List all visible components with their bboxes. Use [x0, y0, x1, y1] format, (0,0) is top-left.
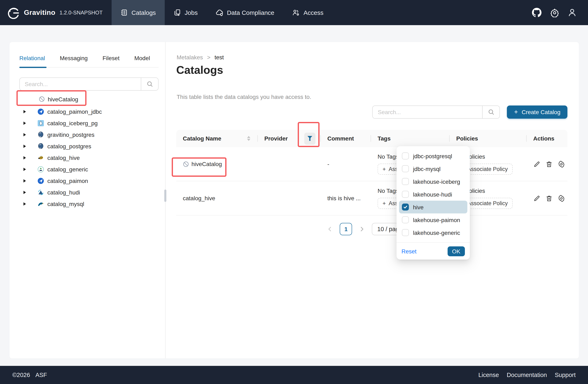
comment-cell: this is hive ...	[321, 181, 371, 215]
filter-funnel-icon	[307, 136, 313, 141]
delete-icon[interactable]	[546, 160, 553, 167]
tab-fileset[interactable]: Fileset	[103, 51, 119, 67]
column-header-provider: Provider	[258, 130, 321, 147]
sidebar-item-catalog-hudi[interactable]: catalog_hudi	[9, 187, 163, 198]
comment-cell: -	[321, 147, 371, 181]
checkbox-unchecked[interactable]	[402, 216, 409, 223]
provider-filter-button[interactable]	[304, 133, 315, 144]
brand[interactable]: Gravitino 1.2.0-SNAPSHOT	[0, 0, 112, 25]
postgres-icon	[38, 132, 44, 138]
expand-caret-icon[interactable]	[23, 145, 26, 148]
github-icon[interactable]	[532, 8, 542, 17]
settings-icon[interactable]	[550, 8, 559, 17]
gear-icon[interactable]	[558, 195, 565, 202]
footer-link-documentation[interactable]: Documentation	[507, 372, 547, 378]
filter-option-hive[interactable]: hive	[399, 201, 467, 213]
sidebar-item-label: hiveCatalog	[48, 96, 78, 102]
hudi-icon	[38, 189, 44, 196]
page-number-1[interactable]: 1	[340, 223, 352, 235]
table-search-button[interactable]	[482, 106, 500, 118]
catalogs-table: Catalog Name Provider	[176, 130, 567, 215]
page-title: Catalogs	[176, 64, 223, 77]
iceberg-icon	[38, 120, 44, 127]
create-catalog-button[interactable]: + Create Catalog	[507, 106, 567, 119]
checkbox-unchecked[interactable]	[402, 153, 409, 159]
access-icon	[292, 9, 300, 16]
filter-option-lakehouse-iceberg[interactable]: lakehouse-iceberg	[399, 175, 467, 188]
paimon-icon	[38, 178, 44, 184]
breadcrumb-separator: >	[207, 54, 210, 61]
table-search-input[interactable]	[373, 106, 482, 118]
generic-icon	[38, 166, 44, 173]
sort-icon[interactable]	[247, 136, 250, 141]
checkbox-unchecked[interactable]	[402, 178, 409, 185]
nav-tab-data-compliance[interactable]: Data Compliance	[207, 0, 283, 25]
expand-caret-icon[interactable]	[23, 168, 26, 171]
nav-tab-jobs[interactable]: Jobs	[165, 0, 207, 25]
sidebar-item-label: catalog_postgres	[47, 143, 91, 150]
pagination: 1 10 / page	[176, 223, 567, 236]
expand-caret-icon[interactable]	[23, 179, 26, 182]
sidebar-item-catalog-mysql[interactable]: catalog_mysql	[9, 198, 163, 210]
nav-tab-access[interactable]: Access	[283, 0, 333, 25]
sidebar-item-catalog-hive[interactable]: catalog_hive	[9, 152, 163, 164]
user-icon[interactable]	[568, 8, 576, 17]
nav-tab-catalogs[interactable]: Catalogs	[112, 0, 165, 25]
expand-caret-icon[interactable]	[23, 122, 26, 125]
filter-option-lakehouse-hudi[interactable]: lakehouse-hudi	[399, 188, 467, 201]
footer-link-support[interactable]: Support	[555, 372, 576, 378]
table-search	[373, 106, 500, 119]
nav-tabs: Catalogs Jobs	[112, 0, 333, 25]
tab-relational[interactable]: Relational	[19, 51, 45, 67]
sidebar-item-hivecatalog[interactable]: hiveCatalog	[39, 93, 78, 106]
jobs-icon	[174, 9, 181, 16]
sidebar-search-button[interactable]	[141, 78, 158, 90]
actions-cell	[527, 181, 567, 215]
footer-link-license[interactable]: License	[478, 372, 499, 378]
catalog-sidebar: Relational Messaging Fileset Model	[9, 42, 166, 359]
no-tags-label: No Tags	[378, 153, 399, 160]
tab-model[interactable]: Model	[134, 51, 150, 67]
filter-ok-button[interactable]: OK	[448, 246, 465, 256]
tab-messaging[interactable]: Messaging	[60, 51, 88, 67]
filter-option-jdbc-mysql[interactable]: jdbc-mysql	[399, 162, 467, 175]
sidebar-item-label: catalog_hudi	[47, 189, 80, 196]
sidebar-item-label: catalog_generic	[47, 166, 88, 173]
catalogs-content: Metalakes > test Catalogs This table lis…	[166, 42, 579, 359]
sidebar-item-catalog-postgres[interactable]: catalog_postgres	[9, 140, 163, 152]
gear-icon[interactable]	[558, 160, 565, 167]
catalog-name-cell[interactable]: catalog_hive	[176, 181, 258, 215]
expand-caret-icon[interactable]	[23, 191, 26, 194]
expand-caret-icon[interactable]	[23, 133, 26, 136]
edit-icon[interactable]	[533, 160, 540, 167]
breadcrumb-current: test	[214, 54, 224, 61]
sidebar-item-catalog-iceberg-pg[interactable]: catalog_iceberg_pg	[9, 117, 163, 129]
column-header-actions: Actions	[527, 130, 567, 147]
next-page-icon[interactable]	[360, 226, 365, 231]
catalog-name-cell[interactable]: hiveCatalog	[176, 147, 258, 181]
column-header-policies: Policies	[450, 130, 527, 147]
filter-option-jdbc-postgresql[interactable]: jdbc-postgresql	[399, 150, 467, 162]
sidebar-item-gravitino-postgres[interactable]: gravitino_postgres	[9, 129, 163, 140]
sidebar-item-catalog-generic[interactable]: catalog_generic	[9, 164, 163, 175]
checkbox-unchecked[interactable]	[402, 191, 409, 198]
sidebar-item-catalog-paimon[interactable]: catalog_paimon	[9, 175, 163, 187]
provider-filter-dropdown: jdbc-postgresql jdbc-mysql lakehouse-ice…	[397, 146, 470, 260]
expand-caret-icon[interactable]	[23, 110, 26, 113]
expand-caret-icon[interactable]	[23, 156, 26, 159]
filter-reset-button[interactable]: Reset	[401, 248, 417, 254]
sidebar-item-catalog-paimon-jdbc[interactable]: catalog_paimon_jdbc	[9, 106, 163, 117]
filter-option-lakehouse-paimon[interactable]: lakehouse-paimon	[399, 213, 467, 226]
filter-option-lakehouse-generic[interactable]: lakehouse-generic	[399, 226, 467, 239]
breadcrumb-metalakes[interactable]: Metalakes	[177, 54, 203, 61]
checkbox-unchecked[interactable]	[402, 229, 409, 236]
delete-icon[interactable]	[546, 195, 553, 202]
edit-icon[interactable]	[533, 195, 540, 202]
sidebar-resize-handle[interactable]	[164, 190, 166, 202]
expand-caret-icon[interactable]	[23, 202, 26, 205]
prev-page-icon[interactable]	[328, 226, 333, 231]
checkbox-checked[interactable]	[402, 203, 409, 210]
sidebar-item-label: catalog_paimon	[47, 178, 88, 184]
checkbox-unchecked[interactable]	[402, 165, 409, 172]
sidebar-search-input[interactable]	[20, 78, 141, 90]
